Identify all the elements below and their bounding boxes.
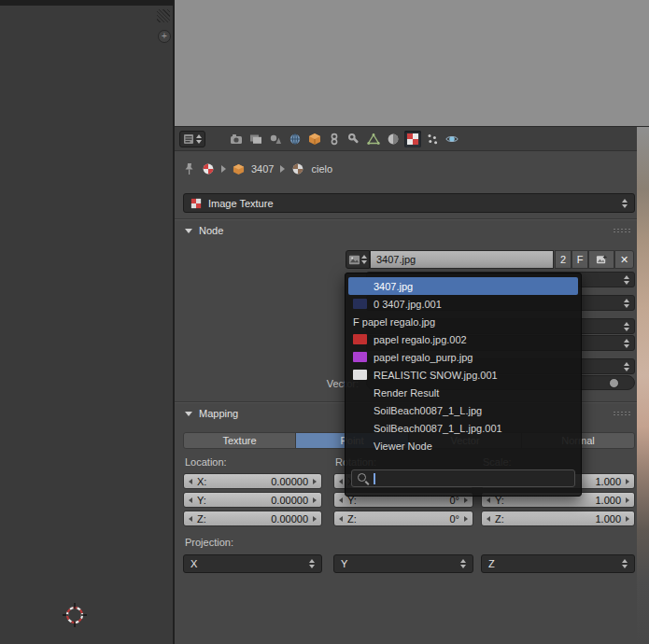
image-preview-icon [353,387,367,398]
object-cube-icon[interactable] [233,163,245,175]
increment-arrow-icon[interactable] [313,479,317,484]
mapping-section-header[interactable]: Mapping [185,408,238,419]
decrement-arrow-icon[interactable] [189,479,192,484]
panel-grip-icon[interactable] [613,411,631,417]
location-label: Location: [185,456,227,468]
3d-viewport[interactable]: + [0,0,173,644]
axis-label: Z: [347,513,357,525]
scale-z-field[interactable]: Z: 1.000 [481,511,635,526]
decrement-arrow-icon[interactable] [339,497,343,503]
upper-editor-area[interactable] [175,0,649,127]
increment-arrow-icon[interactable] [313,497,317,503]
location-y-field[interactable]: Y: 0.00000 [183,492,322,508]
popup-item[interactable]: Render Result [348,384,578,401]
breadcrumb-object-name[interactable]: 3407 [251,163,274,175]
popup-search-input[interactable] [351,469,575,487]
decrement-arrow-icon[interactable] [339,516,343,522]
text-cursor [374,473,375,484]
decrement-arrow-icon[interactable] [487,516,490,522]
texture-type-select[interactable]: Image Texture [183,193,635,213]
fake-user-label: F [577,254,584,265]
popup-item[interactable]: Viewer Node [348,437,578,455]
texture-tab[interactable] [404,131,421,147]
projection-x-select[interactable]: X [183,554,322,573]
mapping-mode-texture[interactable]: Texture [183,432,296,449]
decrement-arrow-icon[interactable] [189,497,192,503]
unlink-button[interactable]: ✕ [614,250,634,269]
increment-arrow-icon[interactable] [313,516,317,522]
location-z-field[interactable]: Z: 0.00000 [183,511,322,526]
physics-tab[interactable] [444,131,460,147]
projection-value: X [190,558,197,569]
new-image-button[interactable] [588,250,614,269]
data-tab[interactable] [365,131,382,147]
editor-type-arrows-icon [196,134,202,144]
particles-tab[interactable] [424,131,441,147]
select-arrows-icon [460,559,466,568]
new-image-icon [596,254,608,266]
increment-arrow-icon[interactable] [464,516,468,522]
viewport-top-edge [0,0,174,6]
popup-item[interactable]: 0 3407.jpg.001 [348,295,578,313]
expand-panel-button[interactable]: + [158,30,171,43]
image-preview-icon [353,281,367,291]
decrement-arrow-icon[interactable] [189,516,192,522]
decrement-arrow-icon[interactable] [339,479,343,484]
popup-item[interactable]: SoilBeach0087_1_L.jpg.001 [348,419,578,437]
texture-context-icon[interactable] [202,162,215,175]
popup-item-label: SoilBeach0087_1_L.jpg [374,405,482,416]
fake-user-button[interactable]: F [571,250,588,269]
mesh-data-icon [367,133,380,146]
physics-icon [445,133,459,146]
breadcrumb-texture-name[interactable]: cielo [311,163,332,175]
object-tab[interactable] [306,131,323,147]
increment-arrow-icon[interactable] [464,497,468,503]
popup-item[interactable]: SoilBeach0087_1_L.jpg [348,401,578,419]
render-tab[interactable] [228,131,245,147]
image-icon [348,254,360,266]
panel-grip-icon[interactable] [613,228,631,234]
world-tab[interactable] [287,131,303,147]
image-browse-button[interactable] [346,250,370,269]
popup-item-label: SoilBeach0087_1_L.jpg.001 [374,423,502,434]
axis-label: Z: [197,513,206,525]
decrement-arrow-icon[interactable] [487,497,490,503]
axis-value: 0.00000 [271,513,308,525]
popup-item[interactable]: 3407.jpg [348,277,578,295]
socket-dot-icon [609,378,619,388]
users-count-button[interactable]: 2 [555,250,571,269]
select-arrows-icon [622,559,628,568]
location-x-field[interactable]: X: 0.00000 [183,473,322,489]
users-count: 2 [560,254,566,265]
popup-item-label: papel regalo.jpg.002 [374,334,467,345]
image-browse-popup: 3407.jpg 0 3407.jpg.001 F papel regalo.j… [345,273,582,497]
texture-datablock-icon[interactable] [291,162,304,175]
search-icon [358,473,369,484]
node-section-header[interactable]: Node [185,225,223,236]
popup-item[interactable]: F papel regalo.jpg [348,313,578,330]
resize-grip-icon[interactable] [157,9,170,22]
pin-icon[interactable] [183,162,195,175]
render-layers-icon [249,133,262,146]
material-tab[interactable] [385,131,402,147]
constraints-tab[interactable] [326,131,343,147]
editor-type-button[interactable] [179,131,205,147]
increment-arrow-icon[interactable] [626,516,629,522]
modifiers-tab[interactable] [346,131,362,147]
image-name-field[interactable]: 3407.jpg [370,250,554,269]
scene-tab[interactable] [267,131,284,147]
popup-item[interactable]: papel regalo_purp.jpg [348,348,578,366]
mapping-section-title: Mapping [199,408,238,419]
popup-item[interactable]: REALISTIC SNOW.jpg.001 [348,366,578,384]
render-layers-tab[interactable] [247,131,264,147]
node-section-title: Node [199,225,223,236]
increment-arrow-icon[interactable] [626,497,629,503]
projection-z-select[interactable]: Z [481,554,635,573]
projection-y-select[interactable]: Y [333,554,473,573]
image-preview-icon [353,370,367,380]
increment-arrow-icon[interactable] [626,479,629,484]
popup-item[interactable]: papel regalo.jpg.002 [348,330,578,348]
rotation-z-field[interactable]: Z: 0° [333,511,473,526]
projection-value: Y [341,558,347,569]
mode-label: Texture [222,435,256,446]
